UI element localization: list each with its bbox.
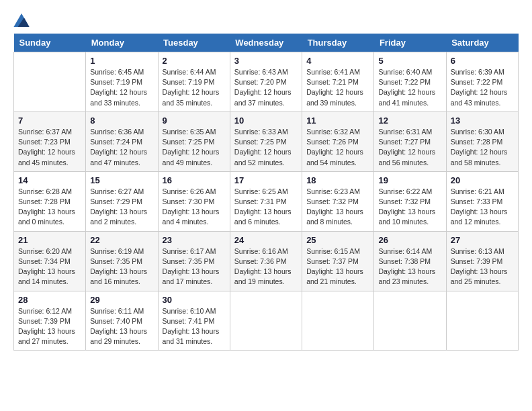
calendar-cell: 10Sunrise: 6:33 AM Sunset: 7:25 PM Dayli… <box>230 111 302 171</box>
calendar-cell: 16Sunrise: 6:26 AM Sunset: 7:30 PM Dayli… <box>158 171 230 231</box>
day-number: 26 <box>378 235 441 245</box>
day-info: Sunrise: 6:41 AM Sunset: 7:21 PM Dayligh… <box>306 67 369 108</box>
day-info: Sunrise: 6:45 AM Sunset: 7:19 PM Dayligh… <box>90 67 153 108</box>
day-number: 7 <box>18 116 81 126</box>
weekday-header-sunday: Sunday <box>14 34 86 52</box>
page-header <box>13 13 519 27</box>
calendar-cell <box>374 291 446 351</box>
day-number: 18 <box>306 175 369 185</box>
day-number: 4 <box>306 56 369 66</box>
logo <box>13 13 32 27</box>
calendar-cell: 23Sunrise: 6:17 AM Sunset: 7:35 PM Dayli… <box>158 231 230 291</box>
calendar-cell: 4Sunrise: 6:41 AM Sunset: 7:21 PM Daylig… <box>302 52 374 112</box>
calendar-cell: 6Sunrise: 6:39 AM Sunset: 7:22 PM Daylig… <box>446 52 518 112</box>
day-info: Sunrise: 6:28 AM Sunset: 7:28 PM Dayligh… <box>18 187 81 228</box>
calendar-cell: 5Sunrise: 6:40 AM Sunset: 7:22 PM Daylig… <box>374 52 446 112</box>
day-info: Sunrise: 6:33 AM Sunset: 7:25 PM Dayligh… <box>234 127 298 168</box>
calendar-cell: 17Sunrise: 6:25 AM Sunset: 7:31 PM Dayli… <box>230 171 302 231</box>
calendar-cell: 19Sunrise: 6:22 AM Sunset: 7:32 PM Dayli… <box>374 171 446 231</box>
day-info: Sunrise: 6:37 AM Sunset: 7:23 PM Dayligh… <box>18 127 81 168</box>
calendar-cell: 30Sunrise: 6:10 AM Sunset: 7:41 PM Dayli… <box>158 291 230 351</box>
calendar-cell: 2Sunrise: 6:44 AM Sunset: 7:19 PM Daylig… <box>158 52 230 112</box>
day-info: Sunrise: 6:25 AM Sunset: 7:31 PM Dayligh… <box>234 187 298 228</box>
calendar-cell: 20Sunrise: 6:21 AM Sunset: 7:33 PM Dayli… <box>446 171 518 231</box>
day-number: 27 <box>451 235 514 245</box>
day-number: 5 <box>378 56 441 66</box>
calendar-cell: 29Sunrise: 6:11 AM Sunset: 7:40 PM Dayli… <box>86 291 158 351</box>
calendar-cell <box>230 291 302 351</box>
day-number: 11 <box>306 116 369 126</box>
day-info: Sunrise: 6:14 AM Sunset: 7:38 PM Dayligh… <box>378 246 441 287</box>
weekday-header-wednesday: Wednesday <box>230 34 302 52</box>
calendar-table: SundayMondayTuesdayWednesdayThursdayFrid… <box>13 34 519 351</box>
day-info: Sunrise: 6:36 AM Sunset: 7:24 PM Dayligh… <box>90 127 153 168</box>
calendar-header: SundayMondayTuesdayWednesdayThursdayFrid… <box>14 34 519 52</box>
day-number: 6 <box>451 56 514 66</box>
day-info: Sunrise: 6:31 AM Sunset: 7:27 PM Dayligh… <box>378 127 441 168</box>
calendar-cell: 14Sunrise: 6:28 AM Sunset: 7:28 PM Dayli… <box>14 171 86 231</box>
calendar-cell: 24Sunrise: 6:16 AM Sunset: 7:36 PM Dayli… <box>230 231 302 291</box>
calendar-cell: 21Sunrise: 6:20 AM Sunset: 7:34 PM Dayli… <box>14 231 86 291</box>
logo-icon <box>13 13 30 27</box>
day-number: 10 <box>234 116 298 126</box>
calendar-cell: 18Sunrise: 6:23 AM Sunset: 7:32 PM Dayli… <box>302 171 374 231</box>
day-number: 12 <box>378 116 441 126</box>
day-info: Sunrise: 6:17 AM Sunset: 7:35 PM Dayligh… <box>163 246 226 287</box>
day-number: 21 <box>18 235 81 245</box>
calendar-cell: 9Sunrise: 6:35 AM Sunset: 7:25 PM Daylig… <box>158 111 230 171</box>
calendar-cell: 22Sunrise: 6:19 AM Sunset: 7:35 PM Dayli… <box>86 231 158 291</box>
day-info: Sunrise: 6:11 AM Sunset: 7:40 PM Dayligh… <box>90 306 153 347</box>
calendar-cell: 27Sunrise: 6:13 AM Sunset: 7:39 PM Dayli… <box>446 231 518 291</box>
day-info: Sunrise: 6:40 AM Sunset: 7:22 PM Dayligh… <box>378 67 441 108</box>
day-number: 28 <box>18 295 81 305</box>
weekday-header-monday: Monday <box>86 34 158 52</box>
calendar-cell: 25Sunrise: 6:15 AM Sunset: 7:37 PM Dayli… <box>302 231 374 291</box>
weekday-header-tuesday: Tuesday <box>158 34 230 52</box>
calendar-cell: 12Sunrise: 6:31 AM Sunset: 7:27 PM Dayli… <box>374 111 446 171</box>
day-info: Sunrise: 6:21 AM Sunset: 7:33 PM Dayligh… <box>451 187 514 228</box>
calendar-cell: 8Sunrise: 6:36 AM Sunset: 7:24 PM Daylig… <box>86 111 158 171</box>
day-number: 13 <box>451 116 514 126</box>
day-number: 8 <box>90 116 153 126</box>
day-number: 25 <box>306 235 369 245</box>
day-number: 19 <box>378 175 441 185</box>
day-info: Sunrise: 6:20 AM Sunset: 7:34 PM Dayligh… <box>18 246 81 287</box>
day-info: Sunrise: 6:43 AM Sunset: 7:20 PM Dayligh… <box>234 67 298 108</box>
calendar-cell: 28Sunrise: 6:12 AM Sunset: 7:39 PM Dayli… <box>14 291 86 351</box>
day-info: Sunrise: 6:15 AM Sunset: 7:37 PM Dayligh… <box>306 246 369 287</box>
calendar-cell: 15Sunrise: 6:27 AM Sunset: 7:29 PM Dayli… <box>86 171 158 231</box>
day-info: Sunrise: 6:23 AM Sunset: 7:32 PM Dayligh… <box>306 187 369 228</box>
weekday-header-friday: Friday <box>374 34 446 52</box>
day-number: 20 <box>451 175 514 185</box>
calendar-cell: 3Sunrise: 6:43 AM Sunset: 7:20 PM Daylig… <box>230 52 302 112</box>
day-info: Sunrise: 6:22 AM Sunset: 7:32 PM Dayligh… <box>378 187 441 228</box>
day-info: Sunrise: 6:13 AM Sunset: 7:39 PM Dayligh… <box>451 246 514 287</box>
day-info: Sunrise: 6:26 AM Sunset: 7:30 PM Dayligh… <box>163 187 226 228</box>
calendar-cell <box>14 52 86 112</box>
day-info: Sunrise: 6:32 AM Sunset: 7:26 PM Dayligh… <box>306 127 369 168</box>
day-number: 1 <box>90 56 153 66</box>
day-info: Sunrise: 6:19 AM Sunset: 7:35 PM Dayligh… <box>90 246 153 287</box>
day-info: Sunrise: 6:30 AM Sunset: 7:28 PM Dayligh… <box>451 127 514 168</box>
calendar-cell: 26Sunrise: 6:14 AM Sunset: 7:38 PM Dayli… <box>374 231 446 291</box>
weekday-header-saturday: Saturday <box>446 34 518 52</box>
calendar-cell <box>446 291 518 351</box>
day-number: 22 <box>90 235 153 245</box>
day-number: 23 <box>163 235 226 245</box>
calendar-cell: 7Sunrise: 6:37 AM Sunset: 7:23 PM Daylig… <box>14 111 86 171</box>
day-number: 2 <box>163 56 226 66</box>
day-info: Sunrise: 6:44 AM Sunset: 7:19 PM Dayligh… <box>163 67 226 108</box>
day-number: 9 <box>163 116 226 126</box>
day-number: 16 <box>163 175 226 185</box>
calendar-cell: 13Sunrise: 6:30 AM Sunset: 7:28 PM Dayli… <box>446 111 518 171</box>
day-info: Sunrise: 6:12 AM Sunset: 7:39 PM Dayligh… <box>18 306 81 347</box>
day-info: Sunrise: 6:16 AM Sunset: 7:36 PM Dayligh… <box>234 246 298 287</box>
day-number: 15 <box>90 175 153 185</box>
day-number: 14 <box>18 175 81 185</box>
day-number: 30 <box>163 295 226 305</box>
day-number: 17 <box>234 175 298 185</box>
calendar-cell <box>302 291 374 351</box>
day-number: 3 <box>234 56 298 66</box>
day-info: Sunrise: 6:35 AM Sunset: 7:25 PM Dayligh… <box>163 127 226 168</box>
day-info: Sunrise: 6:39 AM Sunset: 7:22 PM Dayligh… <box>451 67 514 108</box>
